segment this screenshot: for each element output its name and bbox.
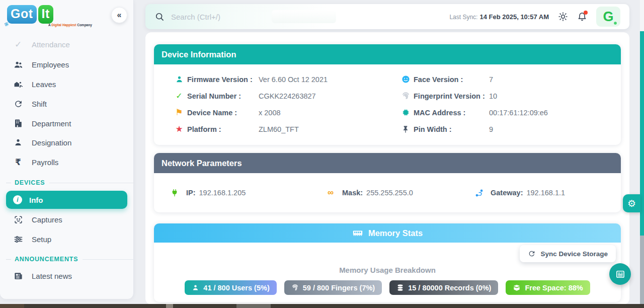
sidebar-item-label: Latest news bbox=[32, 272, 72, 280]
box-icon bbox=[513, 284, 521, 292]
field-label: Serial Number : bbox=[187, 92, 259, 100]
leave-home-icon bbox=[13, 80, 23, 89]
sidebar-item-label: Info bbox=[29, 196, 43, 204]
field-label: Platform : bbox=[187, 125, 259, 133]
memory-stats-header: Memory Stats bbox=[154, 223, 621, 243]
smiley-icon bbox=[400, 75, 411, 84]
user-avatar[interactable]: G bbox=[596, 7, 620, 27]
sidebar-nav: ✓ Attendance Employees Leaves Shift De bbox=[0, 34, 133, 286]
logo-got: Got bbox=[7, 5, 37, 24]
network-item-ip: IP: 192.168.1.205 bbox=[170, 189, 326, 197]
sliders-icon bbox=[13, 235, 23, 244]
taskbar-edge-strip bbox=[0, 304, 644, 308]
field-label: Mask: bbox=[342, 189, 363, 197]
people-icon bbox=[13, 60, 23, 69]
device-information-panel: Device Information Firmware Version : Ve… bbox=[154, 44, 621, 145]
check-icon: ✓ bbox=[174, 91, 184, 101]
face-scan-icon bbox=[13, 215, 23, 224]
sidebar: ❉ Got It A Digital Happiest Company « ✓ … bbox=[0, 0, 134, 299]
sync-device-storage-button[interactable]: Sync Device Storage bbox=[520, 245, 616, 262]
field-value: ZLM60_TFT bbox=[259, 125, 299, 133]
panel-title: Memory Stats bbox=[368, 228, 423, 238]
network-item-mask: ∞ Mask: 255.255.255.0 bbox=[326, 188, 474, 198]
attendance-check-icon: ✓ bbox=[13, 39, 23, 50]
topbar-right: Last Sync:14 Feb 2025, 10:57 AM G bbox=[449, 7, 620, 27]
field-row-device-name: ⚑ Device Name : x 2008 bbox=[154, 104, 387, 121]
search-icon bbox=[154, 12, 165, 22]
device-information-header: Device Information bbox=[154, 44, 621, 64]
page-scrollbar[interactable] bbox=[640, 0, 644, 308]
sidebar-item-label: Employees bbox=[32, 60, 69, 69]
field-value: 192.168.1.1 bbox=[526, 189, 565, 197]
section-title: DEVICES bbox=[15, 179, 45, 186]
divider bbox=[6, 183, 11, 183]
sidebar-item-label: Attendance bbox=[32, 40, 70, 49]
users-badge: 41 / 800 Users (5%) bbox=[185, 280, 276, 295]
field-value: Ver 6.60 Oct 12 2021 bbox=[259, 75, 328, 84]
fingers-badge: 59 / 800 Fingers (7%) bbox=[284, 280, 382, 295]
free-space-badge: Free Space: 88% bbox=[506, 280, 590, 295]
rupee-icon: ₹ bbox=[13, 157, 23, 168]
field-row-firmware: Firmware Version : Ver 6.60 Oct 12 2021 bbox=[154, 71, 387, 88]
fingerprint-icon bbox=[400, 92, 411, 100]
sidebar-item-payrolls[interactable]: ₹ Payrolls bbox=[0, 152, 133, 173]
logo-row: ❉ Got It A Digital Happiest Company « bbox=[0, 0, 133, 30]
field-value: 00:17:61:12:09:e6 bbox=[489, 109, 548, 117]
sidebar-item-designation[interactable]: Designation bbox=[0, 133, 133, 152]
sidebar-item-shift[interactable]: Shift bbox=[0, 94, 133, 114]
scrollbar-thumb[interactable] bbox=[640, 31, 644, 236]
sync-refresh-icon bbox=[528, 250, 536, 258]
plug-icon bbox=[170, 189, 180, 197]
search-input[interactable] bbox=[171, 13, 272, 21]
device-information-body: Firmware Version : Ver 6.60 Oct 12 2021 … bbox=[154, 64, 621, 145]
badge-label: 59 / 800 Fingers (7%) bbox=[303, 284, 375, 292]
memory-ram-icon bbox=[352, 227, 363, 239]
notification-dot bbox=[584, 11, 588, 15]
theme-sun-icon[interactable] bbox=[558, 12, 568, 22]
settings-gear-button[interactable]: ⚙ bbox=[623, 194, 640, 212]
taskbar-segment bbox=[236, 304, 271, 308]
pushpin-icon bbox=[400, 125, 411, 133]
chevron-double-left-icon: « bbox=[117, 11, 122, 20]
panel-title: Network Parameters bbox=[162, 159, 242, 168]
field-label: Firmware Version : bbox=[187, 75, 259, 84]
sidebar-item-label: Setup bbox=[32, 235, 51, 244]
star-icon: ★ bbox=[174, 124, 184, 134]
mask-icon: ∞ bbox=[326, 188, 336, 198]
sidebar-item-attendance[interactable]: ✓ Attendance bbox=[0, 34, 133, 55]
sidebar-item-leaves[interactable]: Leaves bbox=[0, 74, 133, 94]
field-value: x 2008 bbox=[259, 109, 281, 117]
device-fields-left: Firmware Version : Ver 6.60 Oct 12 2021 … bbox=[154, 71, 387, 137]
sidebar-item-department[interactable]: Department bbox=[0, 114, 133, 133]
sidebar-item-latest-news[interactable]: Latest news bbox=[0, 266, 133, 286]
field-value: 255.255.255.0 bbox=[366, 189, 413, 197]
sidebar-item-captures[interactable]: Captures bbox=[0, 210, 133, 229]
person-badge-icon bbox=[13, 138, 23, 147]
network-parameters-panel: Network Parameters IP: 192.168.1.205 ∞ M… bbox=[154, 153, 621, 212]
network-item-gateway: Gateway: 192.168.1.1 bbox=[474, 189, 565, 197]
news-fab-button[interactable] bbox=[609, 263, 631, 285]
device-fields-right: Face Version : 7 Fingerprint Version : 1… bbox=[387, 71, 621, 137]
field-value: 10 bbox=[489, 92, 497, 100]
sidebar-item-label: Captures bbox=[32, 215, 62, 224]
notifications-bell-icon[interactable] bbox=[577, 12, 587, 22]
field-row-pin-width: Pin Width : 9 bbox=[387, 121, 621, 137]
field-row-fingerprint-version: Fingerprint Version : 10 bbox=[387, 88, 621, 104]
gotit-logo[interactable]: ❉ Got It bbox=[7, 5, 53, 24]
last-sync-value: 14 Feb 2025, 10:57 AM bbox=[479, 13, 549, 21]
refresh-icon bbox=[13, 99, 23, 109]
memory-stats-body: Sync Device Storage Memory Usage Breakdo… bbox=[154, 243, 621, 302]
panel-title: Device Information bbox=[162, 50, 236, 59]
info-icon: i bbox=[13, 195, 22, 204]
sidebar-collapse-button[interactable]: « bbox=[111, 7, 127, 23]
sidebar-item-employees[interactable]: Employees bbox=[0, 55, 133, 74]
field-value: CGKK224263827 bbox=[259, 92, 316, 100]
taskbar-segment bbox=[0, 304, 24, 308]
sidebar-item-info[interactable]: i Info bbox=[6, 191, 127, 209]
main-content: Device Information Firmware Version : Ve… bbox=[145, 32, 629, 304]
building-icon bbox=[13, 119, 23, 128]
last-sync: Last Sync:14 Feb 2025, 10:57 AM bbox=[449, 13, 549, 21]
taskbar-segment bbox=[166, 304, 173, 308]
sidebar-item-setup[interactable]: Setup bbox=[0, 229, 133, 249]
scrollbar-track-lower bbox=[640, 236, 644, 308]
